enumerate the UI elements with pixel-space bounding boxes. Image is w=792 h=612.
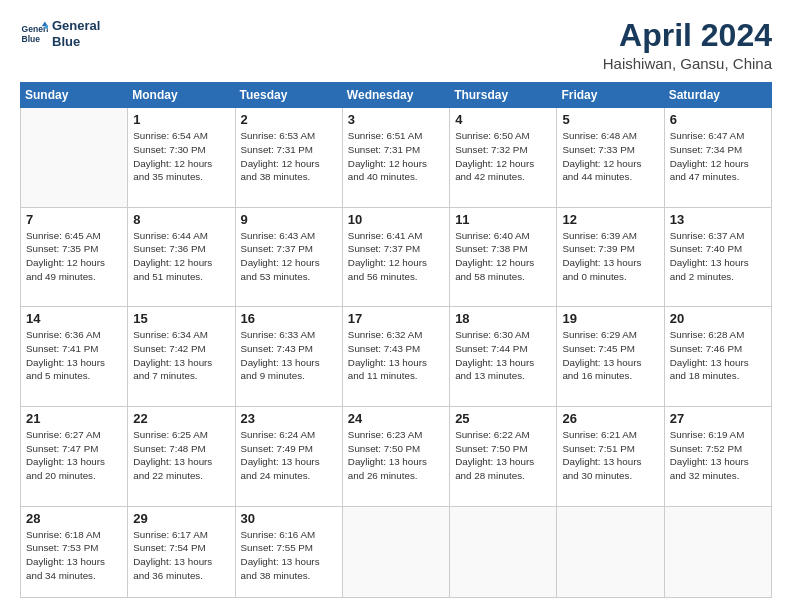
calendar-cell: 18Sunrise: 6:30 AM Sunset: 7:44 PM Dayli… — [450, 307, 557, 407]
week-row-3: 14Sunrise: 6:36 AM Sunset: 7:41 PM Dayli… — [21, 307, 772, 407]
calendar-cell: 19Sunrise: 6:29 AM Sunset: 7:45 PM Dayli… — [557, 307, 664, 407]
day-info: Sunrise: 6:21 AM Sunset: 7:51 PM Dayligh… — [562, 428, 658, 483]
day-number: 8 — [133, 212, 229, 227]
week-row-2: 7Sunrise: 6:45 AM Sunset: 7:35 PM Daylig… — [21, 207, 772, 307]
calendar-cell: 22Sunrise: 6:25 AM Sunset: 7:48 PM Dayli… — [128, 406, 235, 506]
header: General Blue General Blue April 2024 Hai… — [20, 18, 772, 72]
weekday-monday: Monday — [128, 83, 235, 108]
day-number: 10 — [348, 212, 444, 227]
day-number: 7 — [26, 212, 122, 227]
calendar-cell: 30Sunrise: 6:16 AM Sunset: 7:55 PM Dayli… — [235, 506, 342, 598]
day-number: 2 — [241, 112, 337, 127]
day-number: 19 — [562, 311, 658, 326]
weekday-sunday: Sunday — [21, 83, 128, 108]
day-number: 5 — [562, 112, 658, 127]
calendar-cell: 6Sunrise: 6:47 AM Sunset: 7:34 PM Daylig… — [664, 108, 771, 208]
day-info: Sunrise: 6:37 AM Sunset: 7:40 PM Dayligh… — [670, 229, 766, 284]
logo-icon: General Blue — [20, 20, 48, 48]
logo: General Blue General Blue — [20, 18, 100, 49]
calendar-cell: 27Sunrise: 6:19 AM Sunset: 7:52 PM Dayli… — [664, 406, 771, 506]
day-info: Sunrise: 6:36 AM Sunset: 7:41 PM Dayligh… — [26, 328, 122, 383]
day-number: 6 — [670, 112, 766, 127]
day-info: Sunrise: 6:41 AM Sunset: 7:37 PM Dayligh… — [348, 229, 444, 284]
day-info: Sunrise: 6:16 AM Sunset: 7:55 PM Dayligh… — [241, 528, 337, 583]
calendar-cell: 9Sunrise: 6:43 AM Sunset: 7:37 PM Daylig… — [235, 207, 342, 307]
day-info: Sunrise: 6:32 AM Sunset: 7:43 PM Dayligh… — [348, 328, 444, 383]
page: General Blue General Blue April 2024 Hai… — [0, 0, 792, 612]
day-info: Sunrise: 6:24 AM Sunset: 7:49 PM Dayligh… — [241, 428, 337, 483]
calendar-cell: 1Sunrise: 6:54 AM Sunset: 7:30 PM Daylig… — [128, 108, 235, 208]
calendar-cell: 4Sunrise: 6:50 AM Sunset: 7:32 PM Daylig… — [450, 108, 557, 208]
day-number: 23 — [241, 411, 337, 426]
day-number: 17 — [348, 311, 444, 326]
day-number: 27 — [670, 411, 766, 426]
day-number: 28 — [26, 511, 122, 526]
calendar-cell: 15Sunrise: 6:34 AM Sunset: 7:42 PM Dayli… — [128, 307, 235, 407]
calendar-table: SundayMondayTuesdayWednesdayThursdayFrid… — [20, 82, 772, 598]
day-info: Sunrise: 6:28 AM Sunset: 7:46 PM Dayligh… — [670, 328, 766, 383]
calendar-cell: 14Sunrise: 6:36 AM Sunset: 7:41 PM Dayli… — [21, 307, 128, 407]
day-info: Sunrise: 6:25 AM Sunset: 7:48 PM Dayligh… — [133, 428, 229, 483]
weekday-friday: Friday — [557, 83, 664, 108]
calendar-cell: 10Sunrise: 6:41 AM Sunset: 7:37 PM Dayli… — [342, 207, 449, 307]
calendar-cell: 2Sunrise: 6:53 AM Sunset: 7:31 PM Daylig… — [235, 108, 342, 208]
day-info: Sunrise: 6:33 AM Sunset: 7:43 PM Dayligh… — [241, 328, 337, 383]
day-info: Sunrise: 6:44 AM Sunset: 7:36 PM Dayligh… — [133, 229, 229, 284]
calendar-cell: 28Sunrise: 6:18 AM Sunset: 7:53 PM Dayli… — [21, 506, 128, 598]
day-number: 13 — [670, 212, 766, 227]
day-number: 16 — [241, 311, 337, 326]
day-number: 15 — [133, 311, 229, 326]
calendar-cell: 12Sunrise: 6:39 AM Sunset: 7:39 PM Dayli… — [557, 207, 664, 307]
calendar-cell: 20Sunrise: 6:28 AM Sunset: 7:46 PM Dayli… — [664, 307, 771, 407]
calendar-cell — [664, 506, 771, 598]
day-info: Sunrise: 6:34 AM Sunset: 7:42 PM Dayligh… — [133, 328, 229, 383]
calendar-cell: 24Sunrise: 6:23 AM Sunset: 7:50 PM Dayli… — [342, 406, 449, 506]
day-info: Sunrise: 6:27 AM Sunset: 7:47 PM Dayligh… — [26, 428, 122, 483]
calendar-cell: 7Sunrise: 6:45 AM Sunset: 7:35 PM Daylig… — [21, 207, 128, 307]
calendar-cell: 17Sunrise: 6:32 AM Sunset: 7:43 PM Dayli… — [342, 307, 449, 407]
calendar-cell: 23Sunrise: 6:24 AM Sunset: 7:49 PM Dayli… — [235, 406, 342, 506]
day-info: Sunrise: 6:51 AM Sunset: 7:31 PM Dayligh… — [348, 129, 444, 184]
day-info: Sunrise: 6:29 AM Sunset: 7:45 PM Dayligh… — [562, 328, 658, 383]
calendar-cell: 13Sunrise: 6:37 AM Sunset: 7:40 PM Dayli… — [664, 207, 771, 307]
day-info: Sunrise: 6:50 AM Sunset: 7:32 PM Dayligh… — [455, 129, 551, 184]
weekday-tuesday: Tuesday — [235, 83, 342, 108]
day-info: Sunrise: 6:18 AM Sunset: 7:53 PM Dayligh… — [26, 528, 122, 583]
calendar-cell: 21Sunrise: 6:27 AM Sunset: 7:47 PM Dayli… — [21, 406, 128, 506]
day-info: Sunrise: 6:39 AM Sunset: 7:39 PM Dayligh… — [562, 229, 658, 284]
calendar-cell: 3Sunrise: 6:51 AM Sunset: 7:31 PM Daylig… — [342, 108, 449, 208]
day-number: 9 — [241, 212, 337, 227]
day-info: Sunrise: 6:30 AM Sunset: 7:44 PM Dayligh… — [455, 328, 551, 383]
weekday-header-row: SundayMondayTuesdayWednesdayThursdayFrid… — [21, 83, 772, 108]
week-row-4: 21Sunrise: 6:27 AM Sunset: 7:47 PM Dayli… — [21, 406, 772, 506]
weekday-saturday: Saturday — [664, 83, 771, 108]
calendar-cell: 16Sunrise: 6:33 AM Sunset: 7:43 PM Dayli… — [235, 307, 342, 407]
day-number: 18 — [455, 311, 551, 326]
calendar-cell: 26Sunrise: 6:21 AM Sunset: 7:51 PM Dayli… — [557, 406, 664, 506]
day-info: Sunrise: 6:53 AM Sunset: 7:31 PM Dayligh… — [241, 129, 337, 184]
day-number: 3 — [348, 112, 444, 127]
day-number: 29 — [133, 511, 229, 526]
day-number: 11 — [455, 212, 551, 227]
day-info: Sunrise: 6:43 AM Sunset: 7:37 PM Dayligh… — [241, 229, 337, 284]
day-info: Sunrise: 6:45 AM Sunset: 7:35 PM Dayligh… — [26, 229, 122, 284]
calendar-cell: 11Sunrise: 6:40 AM Sunset: 7:38 PM Dayli… — [450, 207, 557, 307]
svg-text:Blue: Blue — [22, 33, 41, 43]
day-info: Sunrise: 6:19 AM Sunset: 7:52 PM Dayligh… — [670, 428, 766, 483]
day-info: Sunrise: 6:54 AM Sunset: 7:30 PM Dayligh… — [133, 129, 229, 184]
title-block: April 2024 Haishiwan, Gansu, China — [603, 18, 772, 72]
weekday-thursday: Thursday — [450, 83, 557, 108]
day-number: 14 — [26, 311, 122, 326]
day-number: 30 — [241, 511, 337, 526]
calendar-cell: 25Sunrise: 6:22 AM Sunset: 7:50 PM Dayli… — [450, 406, 557, 506]
calendar-cell: 8Sunrise: 6:44 AM Sunset: 7:36 PM Daylig… — [128, 207, 235, 307]
main-title: April 2024 — [603, 18, 772, 53]
day-number: 24 — [348, 411, 444, 426]
day-number: 20 — [670, 311, 766, 326]
day-info: Sunrise: 6:23 AM Sunset: 7:50 PM Dayligh… — [348, 428, 444, 483]
day-number: 25 — [455, 411, 551, 426]
week-row-1: 1Sunrise: 6:54 AM Sunset: 7:30 PM Daylig… — [21, 108, 772, 208]
day-info: Sunrise: 6:48 AM Sunset: 7:33 PM Dayligh… — [562, 129, 658, 184]
day-number: 22 — [133, 411, 229, 426]
calendar-cell — [21, 108, 128, 208]
